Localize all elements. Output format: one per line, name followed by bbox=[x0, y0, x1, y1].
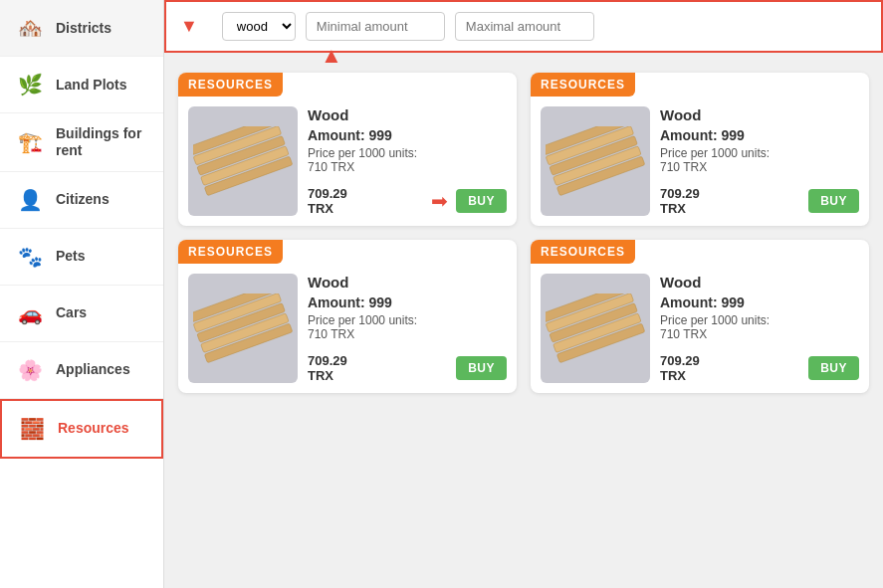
filter-icon: ▼ bbox=[180, 16, 198, 37]
sidebar-label-cars: Cars bbox=[56, 304, 87, 321]
card-badge: RESOURCES bbox=[178, 240, 283, 264]
sidebar-item-pets[interactable]: 🐾 Pets bbox=[0, 229, 163, 286]
card-title: Wood bbox=[308, 274, 507, 291]
sidebar-label-pets: Pets bbox=[56, 248, 86, 265]
card-footer: 709.29TRX ➡ BUY bbox=[308, 186, 507, 216]
card-trx: 709.29TRX bbox=[308, 353, 347, 383]
sidebar-item-cars[interactable]: 🚗 Cars bbox=[0, 286, 163, 342]
card-trx: 709.29TRX bbox=[660, 353, 700, 383]
card-price: Price per 1000 units:710 TRX bbox=[308, 146, 507, 174]
sidebar-item-citizens[interactable]: 👤 Citizens bbox=[0, 172, 163, 229]
buy-button[interactable]: BUY bbox=[456, 189, 507, 213]
buildings-for-rent-icon: 🏗️ bbox=[14, 126, 46, 158]
card-footer: 709.29TRX BUY bbox=[308, 353, 507, 383]
card-body: Wood Amount: 999 Price per 1000 units:71… bbox=[178, 264, 517, 393]
card-amount: Amount: 999 bbox=[308, 294, 507, 310]
cards-grid: RESOURCES Wood Amount: 999 Price per 100… bbox=[178, 73, 869, 393]
card-amount: Amount: 999 bbox=[660, 127, 859, 143]
card-title: Wood bbox=[660, 106, 859, 123]
card-2: RESOURCES Wood Amount: 999 Price per 100… bbox=[178, 240, 517, 393]
card-trx: 709.29TRX bbox=[660, 186, 700, 216]
sidebar-item-land-plots[interactable]: 🌿 Land Plots bbox=[0, 57, 163, 113]
card-price: Price per 1000 units:710 TRX bbox=[660, 313, 859, 341]
appliances-icon: 🌸 bbox=[14, 354, 46, 386]
min-amount-input[interactable] bbox=[306, 12, 445, 41]
sidebar-label-appliances: Appliances bbox=[56, 361, 130, 378]
card-3: RESOURCES Wood Amount: 999 Price per 100… bbox=[531, 240, 869, 393]
card-price: Price per 1000 units:710 TRX bbox=[660, 146, 859, 174]
sidebar-item-districts[interactable]: 🏘️ Districts bbox=[0, 0, 163, 57]
card-footer: 709.29TRX BUY bbox=[660, 353, 859, 383]
card-amount: Amount: 999 bbox=[660, 294, 859, 310]
sidebar-label-land-plots: Land Plots bbox=[56, 77, 127, 94]
card-1: RESOURCES Wood Amount: 999 Price per 100… bbox=[531, 73, 869, 226]
citizens-icon: 👤 bbox=[14, 184, 46, 216]
sidebar-label-districts: Districts bbox=[56, 20, 111, 37]
card-body: Wood Amount: 999 Price per 1000 units:71… bbox=[531, 97, 869, 226]
card-title: Wood bbox=[308, 106, 507, 123]
districts-icon: 🏘️ bbox=[14, 12, 46, 44]
card-info: Wood Amount: 999 Price per 1000 units:71… bbox=[308, 274, 507, 383]
card-badge: RESOURCES bbox=[531, 240, 635, 264]
sidebar-label-buildings-for-rent: Buildings for rent bbox=[56, 125, 149, 159]
buy-button[interactable]: BUY bbox=[808, 356, 859, 380]
main-content: ▼ woodstoneironcoal ▲ RESOURCES Wood Amo… bbox=[164, 0, 883, 588]
max-amount-input[interactable] bbox=[455, 12, 594, 41]
card-image bbox=[541, 106, 650, 216]
cars-icon: 🚗 bbox=[14, 297, 46, 329]
card-badge: RESOURCES bbox=[178, 73, 283, 97]
land-plots-icon: 🌿 bbox=[14, 69, 46, 100]
resources-icon: 🧱 bbox=[16, 413, 48, 445]
sidebar-item-resources[interactable]: 🧱 Resources bbox=[0, 399, 163, 459]
buy-button[interactable]: BUY bbox=[456, 356, 507, 380]
filter-select[interactable]: woodstoneironcoal bbox=[222, 12, 296, 41]
sidebar-label-citizens: Citizens bbox=[56, 191, 110, 208]
card-body: Wood Amount: 999 Price per 1000 units:71… bbox=[531, 264, 869, 393]
card-image bbox=[188, 106, 298, 216]
card-info: Wood Amount: 999 Price per 1000 units:71… bbox=[308, 106, 507, 216]
card-0: RESOURCES Wood Amount: 999 Price per 100… bbox=[178, 73, 517, 226]
sidebar: 🏘️ Districts 🌿 Land Plots 🏗️ Buildings f… bbox=[0, 0, 164, 588]
sidebar-item-appliances[interactable]: 🌸 Appliances bbox=[0, 342, 163, 399]
card-image bbox=[541, 274, 650, 383]
card-info: Wood Amount: 999 Price per 1000 units:71… bbox=[660, 106, 859, 216]
card-body: Wood Amount: 999 Price per 1000 units:71… bbox=[178, 97, 517, 226]
card-footer: 709.29TRX BUY bbox=[660, 186, 859, 216]
filter-bar: ▼ woodstoneironcoal ▲ bbox=[164, 0, 883, 53]
sidebar-label-resources: Resources bbox=[58, 420, 129, 437]
card-image bbox=[188, 274, 298, 383]
sidebar-item-buildings-for-rent[interactable]: 🏗️ Buildings for rent bbox=[0, 113, 163, 172]
card-trx: 709.29TRX bbox=[308, 186, 347, 216]
card-info: Wood Amount: 999 Price per 1000 units:71… bbox=[660, 274, 859, 383]
arrow-up-indicator: ▲ bbox=[321, 43, 342, 69]
card-amount: Amount: 999 bbox=[308, 127, 507, 143]
card-badge: RESOURCES bbox=[531, 73, 635, 97]
pets-icon: 🐾 bbox=[14, 241, 46, 273]
buy-button[interactable]: BUY bbox=[808, 189, 859, 213]
card-price: Price per 1000 units:710 TRX bbox=[308, 313, 507, 341]
card-title: Wood bbox=[660, 274, 859, 291]
buy-arrow-icon: ➡ bbox=[431, 189, 448, 213]
cards-area: RESOURCES Wood Amount: 999 Price per 100… bbox=[164, 53, 883, 588]
